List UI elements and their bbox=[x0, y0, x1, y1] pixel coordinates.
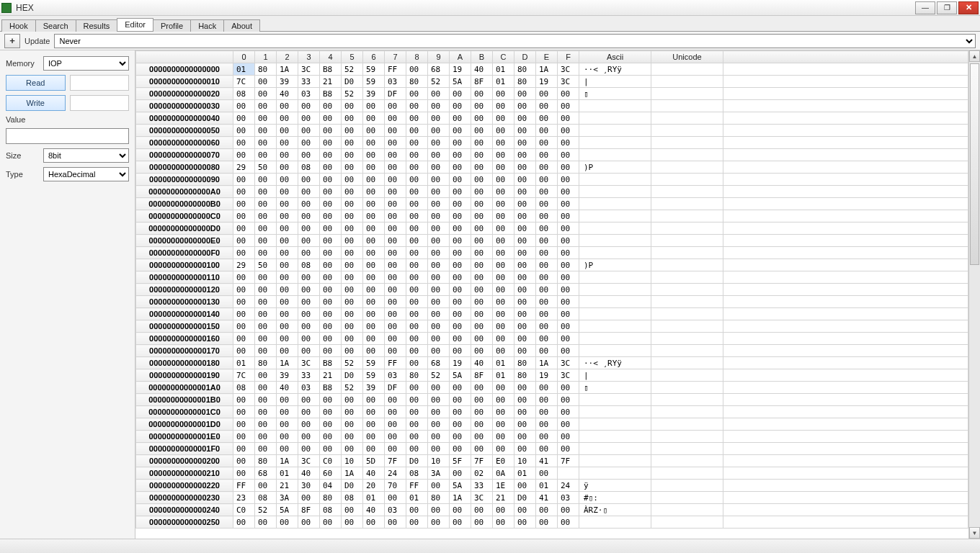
hex-cell[interactable]: 00 bbox=[514, 271, 536, 284]
hex-cell[interactable]: 00 bbox=[298, 198, 320, 210]
hex-cell[interactable]: 00 bbox=[277, 394, 298, 406]
table-row[interactable]: 00000000000001907C00393321D0590380525A8F… bbox=[136, 369, 968, 382]
hex-cell[interactable]: 59 bbox=[363, 357, 385, 369]
hex-cell[interactable]: 1A bbox=[277, 357, 298, 369]
hex-cell[interactable]: 00 bbox=[450, 247, 471, 259]
unicode-cell[interactable] bbox=[651, 271, 723, 284]
address-cell[interactable]: 0000000000000030 bbox=[136, 100, 233, 112]
hex-cell[interactable]: 00 bbox=[514, 394, 536, 406]
hex-cell[interactable]: 00 bbox=[450, 333, 471, 345]
unicode-cell[interactable] bbox=[651, 406, 723, 418]
hex-cell[interactable]: 00 bbox=[450, 443, 471, 455]
hex-cell[interactable]: 00 bbox=[363, 100, 385, 112]
hex-cell[interactable]: 00 bbox=[233, 100, 255, 112]
hex-cell[interactable]: 08 bbox=[342, 492, 363, 504]
table-row[interactable]: 00000000000000B0000000000000000000000000… bbox=[136, 198, 968, 210]
table-row[interactable]: 0000000000000090000000000000000000000000… bbox=[136, 174, 968, 186]
hex-cell[interactable]: 00 bbox=[450, 149, 471, 161]
hex-cell[interactable]: B8 bbox=[320, 63, 342, 76]
hex-cell[interactable]: 00 bbox=[277, 125, 298, 137]
unicode-cell[interactable] bbox=[651, 137, 723, 149]
hex-cell[interactable]: 21 bbox=[493, 492, 514, 504]
ascii-cell[interactable] bbox=[579, 100, 651, 112]
hex-cell[interactable]: 00 bbox=[428, 186, 450, 198]
hex-cell[interactable]: 00 bbox=[298, 186, 320, 198]
hex-cell[interactable]: 01 bbox=[493, 76, 514, 88]
unicode-cell[interactable] bbox=[651, 455, 723, 467]
unicode-cell[interactable] bbox=[651, 284, 723, 296]
hex-cell[interactable]: 00 bbox=[342, 198, 363, 210]
hex-cell[interactable]: 00 bbox=[255, 369, 277, 382]
hex-cell[interactable]: 00 bbox=[406, 100, 428, 112]
hex-cell[interactable]: 00 bbox=[320, 210, 342, 222]
hex-cell[interactable]: 00 bbox=[536, 149, 558, 161]
hex-cell[interactable]: 00 bbox=[233, 198, 255, 210]
hex-cell[interactable]: 00 bbox=[536, 161, 558, 174]
hex-cell[interactable]: 00 bbox=[342, 271, 363, 284]
ascii-cell[interactable] bbox=[579, 174, 651, 186]
address-cell[interactable]: 0000000000000120 bbox=[136, 284, 233, 296]
unicode-cell[interactable] bbox=[651, 369, 723, 382]
hex-cell[interactable]: 00 bbox=[471, 406, 493, 418]
hex-cell[interactable]: 00 bbox=[514, 112, 536, 125]
hex-cell[interactable]: 00 bbox=[233, 284, 255, 296]
hex-cell[interactable]: 01 bbox=[493, 357, 514, 369]
address-cell[interactable]: 0000000000000170 bbox=[136, 345, 233, 357]
hex-cell[interactable]: 00 bbox=[342, 406, 363, 418]
hex-cell[interactable]: 00 bbox=[536, 271, 558, 284]
hex-cell[interactable]: 00 bbox=[471, 88, 493, 100]
unicode-cell[interactable] bbox=[651, 222, 723, 235]
hex-cell[interactable]: 00 bbox=[471, 504, 493, 516]
column-header[interactable]: 6 bbox=[363, 51, 385, 63]
hex-cell[interactable]: 00 bbox=[255, 516, 277, 529]
address-cell[interactable]: 0000000000000180 bbox=[136, 357, 233, 369]
hex-cell[interactable]: 00 bbox=[514, 504, 536, 516]
hex-cell[interactable]: 00 bbox=[450, 137, 471, 149]
hex-cell[interactable]: 00 bbox=[320, 333, 342, 345]
hex-cell[interactable]: 00 bbox=[342, 222, 363, 235]
hex-cell[interactable]: 80 bbox=[514, 369, 536, 382]
hex-cell[interactable]: 00 bbox=[493, 125, 514, 137]
hex-cell[interactable]: 00 bbox=[558, 345, 579, 357]
hex-cell[interactable]: 00 bbox=[233, 137, 255, 149]
hex-cell[interactable]: 00 bbox=[406, 284, 428, 296]
hex-cell[interactable]: 01 bbox=[277, 467, 298, 480]
table-row[interactable]: 00000000000001E0000000000000000000000000… bbox=[136, 431, 968, 443]
hex-cell[interactable]: 00 bbox=[342, 418, 363, 431]
table-row[interactable]: 00000000000001D0000000000000000000000000… bbox=[136, 418, 968, 431]
hex-cell[interactable]: 00 bbox=[320, 198, 342, 210]
hex-cell[interactable]: 3C bbox=[558, 369, 579, 382]
hex-cell[interactable]: 00 bbox=[428, 137, 450, 149]
address-cell[interactable]: 00000000000001B0 bbox=[136, 394, 233, 406]
hex-cell[interactable]: 00 bbox=[277, 247, 298, 259]
hex-cell[interactable]: 00 bbox=[514, 88, 536, 100]
hex-cell[interactable]: 00 bbox=[514, 235, 536, 247]
hex-cell[interactable]: 39 bbox=[363, 88, 385, 100]
hex-cell[interactable]: 00 bbox=[233, 271, 255, 284]
hex-cell[interactable]: 00 bbox=[514, 308, 536, 320]
hex-cell[interactable]: 00 bbox=[385, 320, 406, 333]
hex-cell[interactable]: 00 bbox=[406, 112, 428, 125]
hex-cell[interactable]: 00 bbox=[428, 235, 450, 247]
hex-cell[interactable]: D0 bbox=[342, 480, 363, 492]
hex-cell[interactable]: 00 bbox=[320, 284, 342, 296]
hex-cell[interactable]: 10 bbox=[514, 455, 536, 467]
hex-cell[interactable]: 00 bbox=[428, 394, 450, 406]
hex-cell[interactable]: 52 bbox=[342, 357, 363, 369]
hex-cell[interactable]: 08 bbox=[406, 467, 428, 480]
hex-cell[interactable]: 39 bbox=[277, 369, 298, 382]
hex-cell[interactable]: 33 bbox=[298, 76, 320, 88]
hex-cell[interactable]: 00 bbox=[277, 222, 298, 235]
hex-cell[interactable]: 00 bbox=[363, 320, 385, 333]
unicode-cell[interactable] bbox=[651, 394, 723, 406]
hex-cell[interactable]: 80 bbox=[255, 455, 277, 467]
hex-cell[interactable]: 00 bbox=[320, 271, 342, 284]
hex-cell[interactable]: 00 bbox=[363, 259, 385, 271]
hex-cell[interactable]: 00 bbox=[255, 271, 277, 284]
unicode-cell[interactable] bbox=[651, 149, 723, 161]
table-row[interactable]: 00000000000000E0000000000000000000000000… bbox=[136, 235, 968, 247]
address-cell[interactable]: 0000000000000080 bbox=[136, 161, 233, 174]
hex-cell[interactable]: 7F bbox=[385, 455, 406, 467]
hex-cell[interactable]: 00 bbox=[471, 149, 493, 161]
hex-cell[interactable]: 50 bbox=[255, 259, 277, 271]
